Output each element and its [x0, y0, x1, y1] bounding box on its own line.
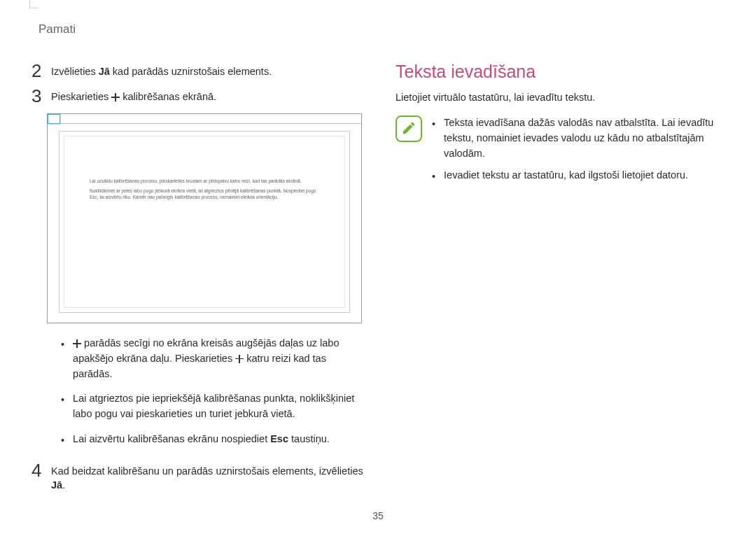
text: Pieskarieties	[51, 91, 111, 102]
step-text: Izvēlieties Jā kad parādās uznirstošais …	[51, 62, 272, 78]
section-title: Teksta ievadīšana	[396, 62, 724, 82]
bullet-dot-icon: •	[61, 391, 64, 422]
calibration-instructions: Lai uzsāktu kalibrēšanas procesu, pieska…	[90, 178, 319, 204]
text: .	[62, 479, 65, 491]
calibration-screenshot: Lai uzsāktu kalibrēšanas procesu, pieska…	[47, 113, 362, 323]
bullet-item: • Teksta ievadīšana dažās valodās nav at…	[432, 115, 724, 161]
bullet-item: • Ievadiet tekstu ar tastatūru, kad ilgs…	[432, 168, 724, 185]
text: Lai aizvērtu kalibrēšanas ekrānu nospied…	[73, 433, 270, 444]
page-content: 2 Izvēlieties Jā kad parādās uznirstošai…	[0, 0, 756, 534]
crosshair-icon	[73, 339, 81, 348]
step-number: 3	[31, 87, 44, 105]
bullet-dot-icon: •	[61, 336, 64, 381]
text: taustiņu.	[288, 433, 330, 444]
calib-line: Noklikšķiniet ar peles labo pogu jebkurā…	[90, 188, 319, 200]
note-bullets: • Teksta ievadīšana dažās valodās nav at…	[432, 115, 724, 192]
text: Kad beidzat kalibrēšanu un parādās uznir…	[51, 465, 363, 477]
section-header: Pamati	[38, 22, 76, 36]
calibration-frame-outer	[59, 131, 350, 313]
page-number: 35	[0, 510, 756, 521]
crosshair-icon	[235, 355, 244, 363]
note-box: • Teksta ievadīšana dažās valodās nav at…	[396, 115, 724, 192]
section-description: Lietojiet virtuālo tastatūru, lai ievadī…	[396, 92, 724, 103]
crosshair-icon	[111, 93, 120, 101]
bold-text: Esc	[270, 433, 288, 444]
right-column: Teksta ievadīšana Lietojiet virtuālo tas…	[396, 21, 724, 520]
step-2: 2 Izvēlieties Jā kad parādās uznirstošai…	[31, 62, 368, 80]
left-column: 2 Izvēlieties Jā kad parādās uznirstošai…	[31, 21, 368, 520]
bullet-text: Lai aizvērtu kalibrēšanas ekrānu nospied…	[73, 432, 330, 449]
sub-bullets: • parādās secīgi no ekrāna kreisās augšē…	[61, 336, 368, 449]
text: Izvēlieties	[51, 66, 99, 77]
bullet-text: Ievadiet tekstu ar tastatūru, kad ilgsto…	[444, 168, 688, 185]
bullet-item: • Lai atgrieztos pie iepriekšējā kalibrē…	[61, 391, 368, 422]
bullet-text: Teksta ievadīšana dažās valodās nav atba…	[444, 115, 724, 161]
step-text: Pieskarieties kalibrēšanas ekrānā.	[51, 87, 216, 104]
bold-text: Jā	[51, 479, 62, 491]
step-number: 4	[31, 461, 44, 479]
note-icon	[396, 115, 422, 142]
step-3: 3 Pieskarieties kalibrēšanas ekrānā.	[31, 87, 368, 105]
bullet-dot-icon: •	[432, 115, 435, 161]
bullet-dot-icon: •	[61, 432, 64, 449]
header-corner-decoration	[29, 0, 38, 8]
calib-line: Lai uzsāktu kalibrēšanas procesu, pieska…	[90, 178, 319, 184]
step-text: Kad beidzat kalibrēšanu un parādās uznir…	[51, 461, 368, 493]
bold-text: Jā	[99, 66, 110, 77]
calibration-frame-inner	[64, 136, 345, 308]
bullet-item: • Lai aizvērtu kalibrēšanas ekrānu nospi…	[61, 432, 368, 449]
text: kalibrēšanas ekrānā.	[120, 91, 216, 102]
pencil-icon	[401, 120, 416, 136]
text: kad parādās uznirstošais elements.	[110, 66, 272, 77]
calibration-target-marker	[48, 114, 60, 124]
calibration-titlebar	[48, 114, 361, 124]
bullet-dot-icon: •	[432, 168, 435, 185]
step-4: 4 Kad beidzat kalibrēšanu un parādās uzn…	[31, 461, 368, 493]
bullet-item: • parādās secīgi no ekrāna kreisās augšē…	[61, 336, 368, 381]
step-number: 2	[31, 62, 44, 80]
bullet-text: parādās secīgi no ekrāna kreisās augšējā…	[73, 336, 368, 381]
bullet-text: Lai atgrieztos pie iepriekšējā kalibrēša…	[73, 391, 368, 422]
